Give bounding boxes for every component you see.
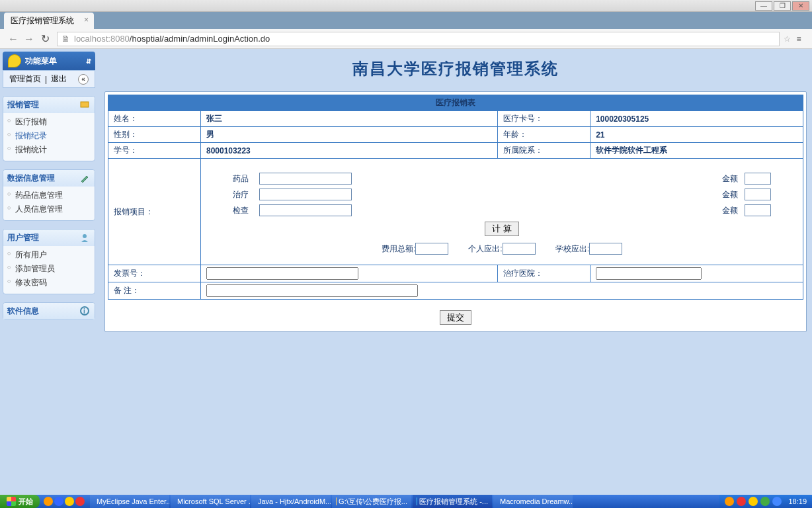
task-item[interactable]: Microsoft SQL Server ...: [171, 495, 250, 508]
page-icon: 🗎: [61, 34, 70, 44]
quick-launch: [44, 497, 85, 506]
start-button[interactable]: 开始: [0, 495, 40, 508]
sidebar-nav: 管理首页 | 退出 «: [3, 70, 95, 88]
task-item-active[interactable]: 医疗报销管理系统 -...: [413, 495, 492, 508]
ql-icon[interactable]: [75, 497, 85, 506]
label-drug: 药品: [233, 173, 253, 185]
folder-icon: [80, 100, 91, 110]
maximize-button[interactable]: ❐: [774, 1, 791, 11]
sidebar-item-drug-info[interactable]: 药品信息管理: [9, 189, 89, 202]
collapse-icon[interactable]: ⇵: [86, 58, 91, 65]
input-hospital[interactable]: [596, 267, 702, 280]
submit-button[interactable]: 提交: [440, 310, 471, 325]
address-bar[interactable]: 🗎 localhost:8080/hosptial/admin/adminLog…: [57, 32, 780, 46]
tray-icon[interactable]: [749, 497, 758, 506]
panel-head[interactable]: 数据信息管理: [3, 170, 95, 187]
tray-icon[interactable]: [725, 497, 734, 506]
value-age: 21: [590, 127, 803, 143]
input-personal[interactable]: [503, 243, 536, 255]
label-sid: 学号：: [108, 143, 201, 159]
task-item[interactable]: Macromedia Dreamw...: [493, 495, 573, 508]
sidebar-item-change-pwd[interactable]: 修改密码: [9, 276, 89, 290]
task-item[interactable]: Java - Hjtx/AndroidM...: [251, 495, 331, 508]
label-age: 年龄：: [498, 127, 590, 143]
label-invoice: 发票号：: [108, 265, 201, 282]
minimize-button[interactable]: —: [755, 1, 772, 11]
label-check: 检查: [233, 205, 253, 216]
label-amount: 金额: [722, 173, 738, 185]
panel-user: 用户管理 所有用户 添加管理员 修改密码: [3, 229, 95, 294]
label-treat: 治疗: [233, 189, 253, 200]
panel-reimburse: 报销管理 医疗报销 报销纪录 报销统计: [3, 96, 95, 161]
panel-head[interactable]: 软件信息 i: [3, 303, 95, 319]
input-treat-amount[interactable]: [745, 189, 771, 200]
main-content: 南昌大学医疗报销管理系统 医疗报销表 姓名： 张三 医疗卡号： 10002030…: [104, 52, 807, 332]
url-port: :8080: [108, 34, 130, 44]
url-host: localhost: [74, 34, 108, 44]
page-body: 功能菜单 ⇵ 管理首页 | 退出 « 报销管理 医疗报销 报销纪录 报销统计 数…: [0, 49, 812, 495]
svg-rect-0: [81, 102, 89, 107]
input-remark[interactable]: [206, 284, 418, 297]
label-amount: 金额: [722, 189, 738, 200]
input-check-amount[interactable]: [745, 204, 771, 216]
sidebar-item-stats[interactable]: 报销统计: [9, 143, 89, 157]
input-drug-amount[interactable]: [745, 173, 771, 185]
panel-head[interactable]: 用户管理: [3, 230, 95, 246]
ql-icon[interactable]: [54, 497, 63, 506]
user-icon: [80, 233, 91, 243]
sidebar-item-record[interactable]: 报销纪录: [9, 129, 89, 143]
task-item[interactable]: G:\互传\公费医疗报...: [332, 495, 411, 508]
page-title: 南昌大学医疗报销管理系统: [104, 52, 807, 91]
browser-toolbar: ← → ↻ 🗎 localhost:8080/hosptial/admin/ad…: [0, 29, 812, 49]
calculate-button[interactable]: 计 算: [485, 222, 519, 236]
svg-text:i: i: [83, 308, 85, 315]
svg-point-1: [83, 234, 87, 238]
input-total[interactable]: [415, 243, 448, 255]
bookmark-icon[interactable]: ☆: [784, 34, 791, 44]
label-project: 报销项目：: [108, 159, 201, 265]
ql-icon[interactable]: [65, 497, 74, 506]
brush-icon: [8, 54, 21, 67]
browser-menu-icon[interactable]: ≡: [791, 34, 807, 44]
panel-software: 软件信息 i: [3, 302, 95, 320]
sidebar-item-reimburse[interactable]: 医疗报销: [9, 115, 89, 129]
label-card: 医疗卡号：: [498, 111, 590, 127]
label-name: 姓名：: [108, 111, 201, 127]
input-invoice[interactable]: [206, 267, 358, 280]
label-dept: 所属院系：: [498, 143, 590, 159]
input-treat[interactable]: [259, 189, 352, 200]
reload-button[interactable]: ↻: [37, 31, 53, 47]
label-remark: 备 注：: [108, 282, 201, 300]
back-button[interactable]: ←: [5, 31, 21, 47]
sidebar-item-all-users[interactable]: 所有用户: [9, 248, 89, 262]
tray-icon[interactable]: [772, 497, 782, 506]
tray-icon[interactable]: [760, 497, 770, 506]
task-item[interactable]: MyEclipse Java Enter...: [90, 495, 169, 508]
sidebar-header: 功能菜单 ⇵: [3, 52, 95, 70]
panel-head[interactable]: 报销管理: [3, 97, 95, 113]
form-table: 医疗报销表 姓名： 张三 医疗卡号： 100020305125 性别： 男 年龄…: [108, 95, 803, 300]
label-hospital: 治疗医院：: [498, 265, 590, 282]
browser-tab-strip: 医疗报销管理系统 ×: [0, 12, 812, 29]
form-title: 医疗报销表: [108, 95, 803, 111]
forward-button[interactable]: →: [21, 31, 37, 47]
ql-icon[interactable]: [44, 497, 53, 506]
label-personal: 个人应出:: [468, 244, 502, 253]
clock[interactable]: 18:19: [788, 497, 807, 505]
nav-exit[interactable]: 退出: [51, 73, 67, 85]
label-gender: 性别：: [108, 127, 201, 143]
close-button[interactable]: ✕: [792, 1, 809, 11]
browser-tab[interactable]: 医疗报销管理系统 ×: [4, 13, 94, 29]
collapse-sidebar-button[interactable]: «: [78, 74, 89, 85]
tray-icon[interactable]: [737, 497, 746, 506]
nav-home[interactable]: 管理首页: [9, 73, 41, 85]
input-check[interactable]: [259, 204, 352, 216]
windows-icon: [7, 497, 16, 506]
system-tray: 18:19: [719, 495, 812, 508]
input-school[interactable]: [589, 243, 622, 255]
sidebar-item-person-info[interactable]: 人员信息管理: [9, 202, 89, 216]
input-drug[interactable]: [259, 173, 352, 185]
sidebar-item-add-admin[interactable]: 添加管理员: [9, 262, 89, 276]
value-dept: 软件学院软件工程系: [590, 143, 803, 159]
close-tab-icon[interactable]: ×: [84, 15, 89, 24]
